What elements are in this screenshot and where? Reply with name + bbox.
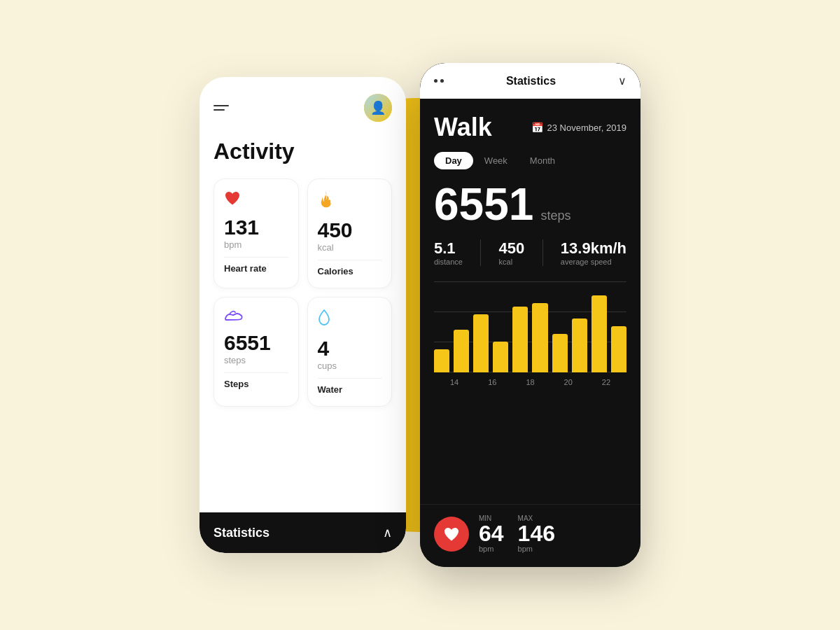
drop-icon [318,309,382,330]
distance-metric: 5.1 distance [434,239,463,266]
flame-icon [318,190,382,211]
speed-metric: 13.9km/h average speed [561,239,626,266]
chart-bar-1 [454,330,469,372]
phone-dark-topbar: Statistics ∨ [420,63,640,99]
water-card[interactable]: 4 cups Water [307,297,393,407]
calories-card[interactable]: 450 kcal Calories [307,178,393,288]
topbar-title: Statistics [506,75,556,88]
chart-label-22: 22 [587,378,625,386]
more-dots-icon[interactable] [434,79,444,83]
kcal-unit: kcal [499,258,525,266]
tab-month[interactable]: Month [519,152,566,169]
metric-divider-2 [542,239,543,266]
tab-day[interactable]: Day [434,152,473,169]
calendar-icon: 📅 [531,122,543,133]
footer-statistics-label: Statistics [214,526,270,540]
max-bpm-unit: bpm [518,545,555,553]
steps-unit: steps [224,355,288,365]
kcal-value: 450 [499,239,525,258]
grid-line-1 [434,281,626,282]
chart-bar-5 [532,303,547,372]
chevron-up-icon: ∧ [383,525,392,540]
steps-big-label: steps [540,209,570,223]
chart-bar-2 [473,314,489,372]
chart-label-14: 14 [435,378,473,386]
heart-rate-button[interactable] [434,517,469,552]
avatar-image: 👤 [364,94,392,122]
steps-card[interactable]: 6551 steps Steps [214,297,299,407]
divider [318,378,382,379]
phone-light-header: 👤 [214,94,392,122]
phone-light-content: 👤 Activity 131 bpm Heart rate [200,77,406,512]
steps-display: 6551 steps [434,182,626,227]
chart-bar-8 [592,295,607,372]
shoe-icon [224,309,288,324]
walk-date-text: 23 November, 2019 [547,122,626,133]
phone-light: 👤 Activity 131 bpm Heart rate [200,77,406,553]
speed-value: 13.9km/h [561,239,626,258]
steps-big-value: 6551 [434,182,533,227]
water-value: 4 [318,338,382,359]
walk-header: Walk 📅 23 November, 2019 [434,113,626,142]
chart-bar-9 [611,326,626,372]
avatar[interactable]: 👤 [364,94,392,122]
metric-divider-1 [480,239,481,266]
calories-unit: kcal [318,242,382,253]
phones-container: 👤 Activity 131 bpm Heart rate [200,63,640,567]
bpm-stats: MIN 64 bpm MAX 146 bpm [479,514,555,553]
chart-bar-4 [512,307,528,372]
speed-unit: average speed [561,258,626,266]
heart-rate-value: 131 [224,217,288,238]
activity-chart [434,281,626,372]
water-label: Water [318,384,382,395]
walk-date: 📅 23 November, 2019 [531,122,626,133]
heart-icon [224,190,288,209]
chart-bars [434,288,626,372]
water-unit: cups [318,360,382,371]
phone-light-footer[interactable]: Statistics ∧ [200,512,406,553]
phone-dark-footer: MIN 64 bpm MAX 146 bpm [420,504,640,567]
tab-week[interactable]: Week [473,152,519,169]
chart-bar-0 [434,349,449,372]
chart-label-16: 16 [473,378,511,386]
time-tabs: Day Week Month [434,152,626,169]
distance-unit: distance [434,258,463,266]
chart-bar-3 [493,342,508,372]
divider [318,260,382,260]
min-bpm-value: 64 [479,522,504,545]
bpm-min: MIN 64 bpm [479,514,504,553]
max-bpm-value: 146 [518,522,555,545]
phone-dark-content: Walk 📅 23 November, 2019 Day Week Month … [420,99,640,504]
chart-label-20: 20 [550,378,587,386]
walk-title: Walk [434,113,492,142]
calories-label: Calories [318,266,382,276]
chart-x-labels: 14 16 18 20 22 [434,378,626,386]
chart-label-18: 18 [511,378,549,386]
heart-rate-label: Heart rate [224,263,288,274]
chart-bar-7 [572,318,587,372]
heart-rate-unit: bpm [224,239,288,250]
distance-value: 5.1 [434,239,463,258]
divider [224,372,288,373]
steps-label: Steps [224,379,288,389]
calories-value: 450 [318,220,382,241]
menu-icon[interactable] [214,105,229,111]
min-bpm-unit: bpm [479,545,504,553]
kcal-metric: 450 kcal [499,239,525,266]
chevron-down-icon[interactable]: ∨ [618,74,626,88]
divider [224,257,288,258]
heart-rate-card[interactable]: 131 bpm Heart rate [214,178,299,288]
steps-value: 6551 [224,332,288,354]
bpm-max: MAX 146 bpm [518,514,555,553]
metrics-row: 5.1 distance 450 kcal 13.9km/h average s… [434,239,626,266]
chart-bar-6 [552,334,568,372]
phone-dark: Statistics ∨ Walk 📅 23 November, 2019 Da… [420,63,640,567]
stats-grid: 131 bpm Heart rate 450 kcal Calories [214,178,392,407]
activity-title: Activity [214,139,392,164]
